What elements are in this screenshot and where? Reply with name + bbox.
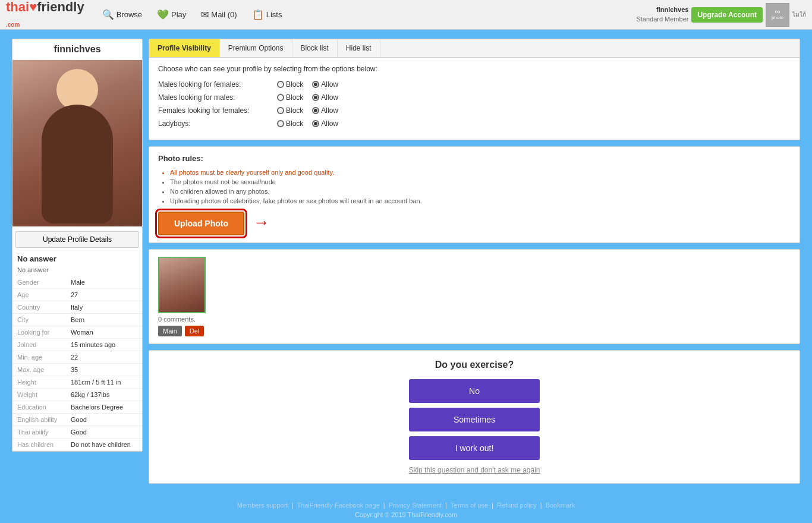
profile-field-row: Weight62kg / 137lbs xyxy=(12,389,142,401)
search-icon: 🔍 xyxy=(102,9,114,20)
nav-items: 🔍 Browse 💚 Play ✉ Mail (0) 📋 Lists xyxy=(96,6,637,23)
radio-allow[interactable]: Allow xyxy=(312,106,338,115)
photo-main-button[interactable]: Main xyxy=(158,326,182,336)
footer-facebook[interactable]: ThaiFriendly Facebook page xyxy=(297,502,379,509)
footer-terms[interactable]: Terms of use xyxy=(451,502,488,509)
user-avatar[interactable]: nophoto xyxy=(766,3,789,27)
upload-photo-container: Upload Photo ← xyxy=(158,212,791,235)
exercise-title: Do you exercise? xyxy=(158,360,791,370)
profile-photo xyxy=(12,60,142,226)
nav-play-label: Play xyxy=(171,10,186,19)
tab-hide-list[interactable]: Hide list xyxy=(338,39,380,57)
header-member-type: Standard Member xyxy=(636,15,688,24)
nav-lists-label: Lists xyxy=(266,10,282,19)
field-label: City xyxy=(12,314,66,326)
profile-card: finnichves Update Profile Details No ans… xyxy=(12,39,143,452)
radio-block[interactable]: Block xyxy=(277,106,303,115)
exercise-panel: Do you exercise? No Sometimes I work out… xyxy=(149,350,800,484)
play-icon: 💚 xyxy=(157,9,169,20)
left-sidebar: finnichves Update Profile Details No ans… xyxy=(12,39,143,484)
visibility-row-label: Males looking for females: xyxy=(158,80,277,89)
radio-group: Block Allow xyxy=(277,80,338,89)
field-label: Looking for xyxy=(12,326,66,339)
radio-allow-label: Allow xyxy=(321,106,338,115)
radio-block[interactable]: Block xyxy=(277,93,303,102)
radio-allow-label: Allow xyxy=(321,93,338,102)
no-photo-label: nophoto xyxy=(772,9,783,20)
header-thai-label: ไมใก้ xyxy=(792,10,806,19)
photo-rule-1: All photos must be clearly yourself only… xyxy=(170,169,791,176)
exercise-sometimes-button[interactable]: Sometimes xyxy=(409,408,540,431)
radio-block[interactable]: Block xyxy=(277,80,303,89)
field-value: Male xyxy=(66,276,142,289)
radio-allow[interactable]: Allow xyxy=(312,80,338,89)
no-answer-label: No answer xyxy=(12,253,142,265)
field-label: Height xyxy=(12,376,66,389)
field-label: Max. age xyxy=(12,364,66,376)
photo-thumbnail xyxy=(158,257,206,313)
mail-icon: ✉ xyxy=(201,9,209,20)
exercise-no-button[interactable]: No xyxy=(409,379,540,403)
field-label: Gender xyxy=(12,276,66,289)
footer-members-support[interactable]: Members support xyxy=(237,502,288,509)
radio-block-label: Block xyxy=(286,93,303,102)
profile-field-row: Height181cm / 5 ft 11 in xyxy=(12,376,142,389)
upgrade-button[interactable]: Upgrade Account xyxy=(691,7,763,23)
tabs-content: Choose who can see your profile by selec… xyxy=(149,58,800,140)
radio-allow-circle xyxy=(312,120,319,127)
field-value: Italy xyxy=(66,301,142,314)
radio-block[interactable]: Block xyxy=(277,119,303,128)
field-value: Good xyxy=(66,426,142,439)
radio-group: Block Allow xyxy=(277,119,338,128)
photo-rules-title: Photo rules: xyxy=(158,154,791,163)
tab-profile-visibility[interactable]: Profile Visibility xyxy=(149,39,220,57)
logo[interactable]: thai♥friendly .com xyxy=(6,0,84,30)
radio-allow-label: Allow xyxy=(321,80,338,89)
photo-del-button[interactable]: Del xyxy=(185,326,204,336)
radio-block-label: Block xyxy=(286,80,303,89)
exercise-workout-button[interactable]: I work out! xyxy=(409,436,540,460)
nav-play[interactable]: 💚 Play xyxy=(151,6,192,23)
lists-icon: 📋 xyxy=(252,9,264,20)
upload-photo-button[interactable]: Upload Photo xyxy=(158,212,244,235)
profile-field-row: Age27 xyxy=(12,289,142,301)
field-value: 27 xyxy=(66,289,142,301)
radio-allow[interactable]: Allow xyxy=(312,93,338,102)
profile-field-row: Max. age35 xyxy=(12,364,142,376)
nav-lists[interactable]: 📋 Lists xyxy=(246,6,288,23)
skip-question-link[interactable]: Skip this question and don't ask me agai… xyxy=(158,466,791,474)
radio-group: Block Allow xyxy=(277,93,338,102)
visibility-row: Females looking for females: Block Allow xyxy=(158,106,791,115)
radio-allow-circle xyxy=(312,107,319,114)
nav-mail[interactable]: ✉ Mail (0) xyxy=(195,6,243,23)
photo-rules-panel: Photo rules: All photos must be clearly … xyxy=(149,146,800,243)
footer-copyright: Copyright © 2019 ThaiFriendly.com xyxy=(9,511,803,518)
update-profile-button[interactable]: Update Profile Details xyxy=(15,231,139,248)
right-content: Profile Visibility Premium Options Block… xyxy=(149,39,800,484)
field-label: Age xyxy=(12,289,66,301)
field-value: 35 xyxy=(66,364,142,376)
main-container: finnichves Update Profile Details No ans… xyxy=(0,30,812,493)
field-label: Min. age xyxy=(12,351,66,364)
tab-premium-options[interactable]: Premium Options xyxy=(220,39,292,57)
user-info: finnichves Standard Member xyxy=(636,5,688,24)
footer-refund[interactable]: Refund policy xyxy=(497,502,537,509)
footer-privacy[interactable]: Privacy Statement xyxy=(389,502,442,509)
profile-field-row: Has childrenDo not have children xyxy=(12,439,142,451)
photo-gallery-panel: 0 comments. Main Del xyxy=(149,249,800,344)
tab-block-list[interactable]: Block list xyxy=(292,39,338,57)
header-username: finnichves xyxy=(636,5,688,14)
nav-browse[interactable]: 🔍 Browse xyxy=(96,6,148,23)
profile-field-row: EducationBachelors Degree xyxy=(12,401,142,414)
field-value: Good xyxy=(66,414,142,426)
radio-allow[interactable]: Allow xyxy=(312,119,338,128)
visibility-row: Males looking for females: Block Allow xyxy=(158,80,791,89)
profile-username: finnichves xyxy=(12,39,142,60)
photo-rule-3: No children allowed in any photos. xyxy=(170,188,791,195)
radio-allow-label: Allow xyxy=(321,119,338,128)
photo-thumb-container: 0 comments. Main Del xyxy=(158,257,791,336)
photo-comments: 0 comments. xyxy=(158,316,196,323)
photo-rule-2: The photos must not be sexual/nude xyxy=(170,178,791,185)
footer-bookmark[interactable]: Bookmark xyxy=(546,502,575,509)
field-value: Do not have children xyxy=(66,439,142,451)
